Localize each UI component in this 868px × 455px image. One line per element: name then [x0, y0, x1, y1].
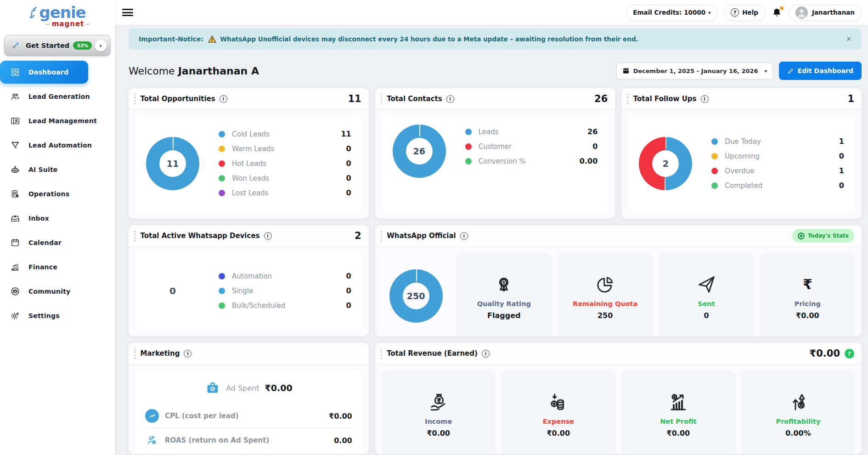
stat-pricing: ₹ Pricing ₹0.00: [760, 253, 855, 336]
profit-chart-icon: [667, 390, 689, 414]
card-whatsapp-official: WhatsApp Official i Today's Stats 250: [375, 225, 862, 336]
close-icon[interactable]: ✕: [846, 35, 851, 43]
content: Important-Notice: WhatsApp Unofficial de…: [115, 25, 868, 455]
help-button[interactable]: ? Help: [724, 5, 765, 21]
drag-handle-icon[interactable]: [381, 94, 383, 104]
svg-text:$: $: [211, 386, 214, 391]
card-total-value: 2: [355, 230, 361, 241]
date-range-picker[interactable]: December 1, 2025 - January 16, 2026 ▾: [616, 63, 773, 80]
clipboard-gear-icon: [9, 189, 21, 199]
user-menu[interactable]: Janarthanan: [789, 5, 862, 21]
revenue-tile-expense: Expense ₹0.00: [502, 371, 615, 454]
sidebar-item-calendar[interactable]: Calendar: [0, 231, 110, 254]
email-credits-pill[interactable]: Email Credits: 10000 ▾: [626, 5, 717, 21]
edit-dashboard-button[interactable]: Edit Dashboard: [779, 62, 862, 80]
info-icon[interactable]: i: [184, 350, 192, 358]
sidebar-item-lead-generation[interactable]: Lead Generation: [0, 85, 110, 108]
card-total-follow-ups: Total Follow Ups i 1 2 Due Today1 Upcomi…: [621, 88, 862, 219]
coins-down-icon: [547, 390, 569, 414]
hamburger-menu-icon[interactable]: [122, 9, 133, 16]
paper-plane-icon: [696, 273, 717, 296]
sidebar-item-operations[interactable]: Operations: [0, 182, 110, 205]
genie-icon: [29, 6, 39, 20]
opportunities-legend: Cold Leads11 Warm Leads0 Hot Leads0 Won …: [219, 130, 351, 197]
avatar: [795, 6, 808, 19]
card-total-value: 1: [847, 93, 854, 104]
welcome-row: Welcome Janarthanan A December 1, 2025 -…: [129, 62, 862, 80]
card-total-value: ₹0.00: [810, 348, 840, 359]
help-circle-icon[interactable]: ?: [845, 349, 854, 358]
finance-chart-icon: [9, 262, 21, 272]
sidebar-item-dashboard[interactable]: Dashboard: [0, 61, 88, 84]
sidebar-item-lead-management[interactable]: Lead Management: [0, 109, 110, 132]
notice-banner: Important-Notice: WhatsApp Unofficial de…: [129, 28, 862, 50]
devices-legend: Automation0 Single0 Bulk/Scheduled0: [219, 272, 351, 310]
card-total-value: 26: [594, 93, 608, 104]
legend-item: Single0: [219, 286, 351, 295]
info-icon[interactable]: i: [460, 232, 468, 240]
topbar: Email Credits: 10000 ▾ ? Help Janarthana…: [115, 0, 868, 25]
dashboard-grid: Total Opportunities i 11 11 Cold Leads11…: [129, 88, 862, 454]
info-icon[interactable]: i: [482, 350, 490, 358]
community-icon: [9, 286, 21, 296]
info-icon[interactable]: i: [701, 95, 709, 103]
legend-item: Hot Leads0: [219, 159, 351, 168]
pencil-icon: [787, 68, 794, 74]
ad-spent-summary: $ Ad Spent ₹0.00: [145, 380, 352, 396]
briefcase-dollar-icon: $: [205, 380, 220, 396]
brand-logo: genie magnet: [0, 0, 115, 29]
drag-handle-icon[interactable]: [134, 231, 136, 241]
legend-item: Customer0: [465, 142, 598, 151]
notifications-bell[interactable]: [772, 7, 782, 18]
legend-item: Overdue1: [711, 166, 844, 175]
money-hand-icon: [428, 390, 450, 414]
welcome-user-name: Janarthanan A: [178, 65, 259, 77]
sidebar-item-lead-automation[interactable]: Lead Automation: [0, 134, 110, 157]
sidebar-item-settings[interactable]: Settings: [0, 304, 110, 327]
marketing-row-cpl: CPL (cost per lead) ₹0.00: [145, 404, 352, 428]
get-started-progress-badge: 33%: [73, 41, 92, 50]
sidebar-item-ai-suite[interactable]: AI Suite: [0, 158, 110, 181]
drag-handle-icon[interactable]: [381, 348, 383, 359]
sidebar-item-finance[interactable]: Finance: [0, 256, 110, 279]
app-root: genie magnet Get Started 33% › Dashboard…: [0, 0, 868, 455]
legend-item: Lost Leads0: [219, 188, 351, 197]
main-area: Email Credits: 10000 ▾ ? Help Janarthana…: [115, 0, 868, 455]
chevron-down-icon: ▾: [708, 10, 710, 15]
get-started-button[interactable]: Get Started 33% ›: [4, 35, 111, 56]
gear-icon: [9, 311, 21, 321]
trend-up-icon: [145, 409, 159, 423]
stat-remaining-quota: Remaining Quota 250: [558, 253, 653, 336]
info-icon[interactable]: i: [446, 95, 454, 103]
drag-handle-icon[interactable]: [381, 231, 383, 241]
stat-sent: Sent 0: [659, 253, 754, 336]
card-active-whatsapp-devices: Total Active Whatsapp Devices i 2 0 Auto…: [129, 225, 369, 336]
chevron-right-icon[interactable]: ›: [95, 40, 107, 51]
pie-chart-icon: [595, 273, 616, 296]
info-icon[interactable]: i: [220, 95, 227, 103]
contacts-donut-chart: 26: [393, 125, 446, 178]
medal-icon: [493, 273, 514, 296]
record-dot-icon: [798, 233, 805, 239]
drag-handle-icon[interactable]: [134, 348, 136, 359]
users-icon: [9, 91, 21, 102]
devices-chart-value: 0: [146, 285, 199, 296]
notice-message: WhatsApp Unofficial devices may disconne…: [220, 35, 638, 43]
notice-prefix: Important-Notice:: [139, 35, 203, 43]
id-card-icon: [9, 116, 21, 126]
sidebar: genie magnet Get Started 33% › Dashboard…: [0, 0, 115, 455]
legend-item: Won Leads0: [219, 174, 351, 182]
drag-handle-icon[interactable]: [627, 94, 629, 104]
opportunities-donut-chart: 11: [146, 137, 199, 190]
drag-handle-icon[interactable]: [134, 94, 136, 104]
sidebar-item-inbox[interactable]: Inbox: [0, 207, 110, 230]
warning-icon: [208, 35, 216, 43]
sidebar-item-community[interactable]: Community: [0, 280, 110, 303]
info-icon[interactable]: i: [264, 232, 272, 240]
legend-item: Bulk/Scheduled0: [219, 301, 351, 310]
get-started-label: Get Started: [26, 42, 69, 49]
legend-item: Leads26: [465, 127, 598, 136]
page-title: Welcome Janarthanan A: [129, 65, 259, 77]
legend-item: Automation0: [219, 272, 351, 280]
notification-dot: [780, 6, 783, 10]
